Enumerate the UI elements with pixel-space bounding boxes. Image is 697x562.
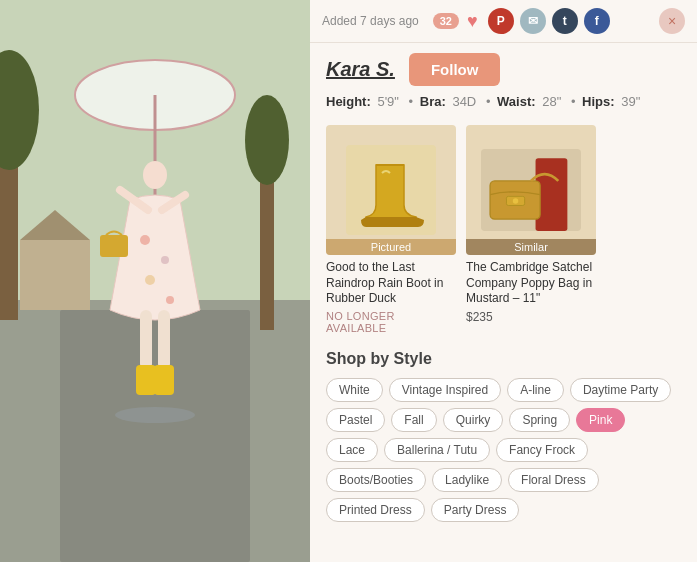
product-name-1: Good to the Last Raindrop Rain Boot in R…: [326, 260, 456, 307]
bra-label: Bra:: [420, 94, 446, 109]
svg-point-21: [145, 275, 155, 285]
bag-illustration: [481, 145, 581, 235]
tags-container: WhiteVintage InspiredA-lineDaytime Party…: [326, 378, 681, 522]
product-badge-1: Pictured: [326, 239, 456, 255]
heart-icon: ♥: [467, 11, 478, 32]
dot3: •: [571, 94, 579, 109]
measurements: Height: 5'9" • Bra: 34D • Waist: 28" • H…: [326, 94, 681, 109]
tumblr-button[interactable]: t: [552, 8, 578, 34]
style-tag[interactable]: Ladylike: [432, 468, 502, 492]
hips-value: 39": [621, 94, 640, 109]
profile-header: Kara S. Follow: [326, 53, 681, 86]
boot-illustration: [346, 145, 436, 235]
product-image-1: Pictured: [326, 125, 456, 255]
product-status-1: NO LONGER AVAILABLE: [326, 310, 456, 334]
shop-title: Shop by Style: [326, 350, 681, 368]
style-tag[interactable]: White: [326, 378, 383, 402]
shop-section: Shop by Style WhiteVintage InspiredA-lin…: [310, 344, 697, 532]
pinterest-button[interactable]: P: [488, 8, 514, 34]
style-tag[interactable]: Fall: [391, 408, 436, 432]
svg-rect-15: [158, 310, 170, 370]
product-badge-2: Similar: [466, 239, 596, 255]
product-image-2: Similar: [466, 125, 596, 255]
svg-point-20: [161, 256, 169, 264]
follow-button[interactable]: Follow: [409, 53, 501, 86]
svg-point-19: [140, 235, 150, 245]
style-tag[interactable]: A-line: [507, 378, 564, 402]
email-button[interactable]: ✉: [520, 8, 546, 34]
style-tag[interactable]: Lace: [326, 438, 378, 462]
hips-label: Hips:: [582, 94, 615, 109]
height-value: 5'9": [377, 94, 399, 109]
svg-rect-17: [154, 365, 174, 395]
style-tag[interactable]: Spring: [509, 408, 570, 432]
style-tag[interactable]: Quirky: [443, 408, 504, 432]
style-tag[interactable]: Pink: [576, 408, 625, 432]
style-tag[interactable]: Pastel: [326, 408, 385, 432]
style-tag[interactable]: Daytime Party: [570, 378, 671, 402]
photo-panel: [0, 0, 310, 562]
close-button[interactable]: ×: [659, 8, 685, 34]
svg-rect-14: [140, 310, 152, 370]
product-price-2: $235: [466, 310, 596, 324]
svg-rect-7: [20, 240, 90, 310]
waist-label: Waist:: [497, 94, 536, 109]
style-tag[interactable]: Floral Dress: [508, 468, 599, 492]
username[interactable]: Kara S.: [326, 58, 395, 81]
likes-badge: 32: [433, 13, 459, 29]
bra-value: 34D: [452, 94, 476, 109]
svg-point-6: [245, 95, 289, 185]
style-tag[interactable]: Vintage Inspired: [389, 378, 502, 402]
product-card[interactable]: Pictured Good to the Last Raindrop Rain …: [326, 125, 456, 334]
added-text: Added 7 days ago: [322, 14, 419, 28]
waist-value: 28": [542, 94, 561, 109]
height-label: Height:: [326, 94, 371, 109]
style-tag[interactable]: Ballerina / Tutu: [384, 438, 490, 462]
svg-point-23: [115, 407, 195, 423]
svg-rect-16: [136, 365, 156, 395]
svg-point-22: [166, 296, 174, 304]
dot1: •: [409, 94, 417, 109]
products-row: Pictured Good to the Last Raindrop Rain …: [310, 125, 697, 344]
svg-point-11: [143, 161, 167, 189]
product-card-2[interactable]: Similar The Cambridge Satchel Company Po…: [466, 125, 596, 334]
right-panel: Added 7 days ago 32 ♥ P ✉ t f × Kara S. …: [310, 0, 697, 562]
style-tag[interactable]: Fancy Frock: [496, 438, 588, 462]
svg-rect-18: [100, 235, 128, 257]
top-bar: Added 7 days ago 32 ♥ P ✉ t f ×: [310, 0, 697, 43]
style-tag[interactable]: Party Dress: [431, 498, 520, 522]
style-tag[interactable]: Boots/Booties: [326, 468, 426, 492]
product-name-2: The Cambridge Satchel Company Poppy Bag …: [466, 260, 596, 307]
social-icons: P ✉ t f: [488, 8, 610, 34]
style-tag[interactable]: Printed Dress: [326, 498, 425, 522]
facebook-button[interactable]: f: [584, 8, 610, 34]
svg-point-29: [513, 198, 518, 203]
svg-rect-2: [60, 310, 250, 562]
dot2: •: [486, 94, 494, 109]
profile-section: Kara S. Follow Height: 5'9" • Bra: 34D •…: [310, 43, 697, 125]
